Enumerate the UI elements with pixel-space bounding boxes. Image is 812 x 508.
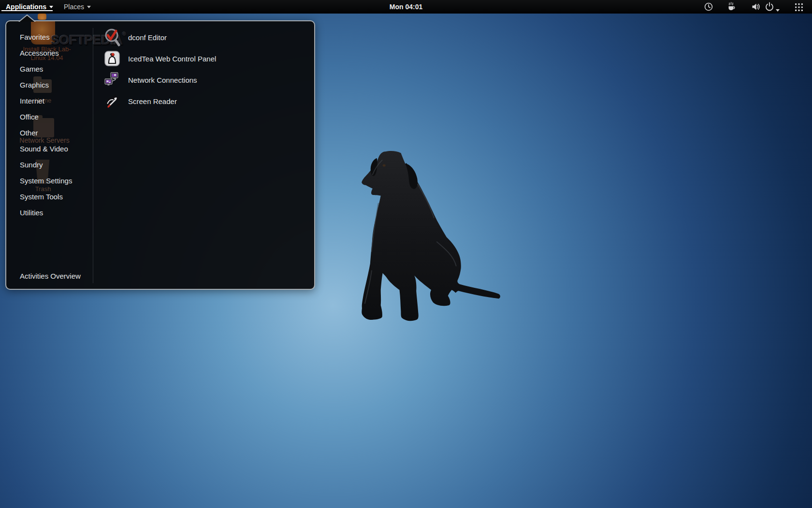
power-icon[interactable] (764, 1, 775, 12)
network-connections-icon (104, 72, 120, 88)
clock-label[interactable]: Mon 04:01 (0, 0, 812, 14)
applications-menu-popup: Install Black Lab- Linux 14.04 Home Netw… (5, 20, 315, 290)
app-label: IcedTea Web Control Panel (128, 55, 216, 63)
category-other[interactable]: Other (6, 125, 92, 141)
apps-grid-icon[interactable] (794, 1, 804, 12)
category-internet[interactable]: Internet (6, 93, 92, 109)
category-sundry[interactable]: Sundry (6, 157, 92, 173)
power-menu-caret-icon[interactable] (776, 5, 780, 15)
category-system-tools[interactable]: System Tools (6, 189, 92, 205)
menu-column-separator (93, 28, 93, 283)
category-graphics[interactable]: Graphics (6, 77, 92, 93)
category-system-settings[interactable]: System Settings (6, 173, 92, 189)
category-office[interactable]: Office (6, 109, 92, 125)
category-games[interactable]: Games (6, 61, 92, 77)
caffeine-coffee-icon[interactable] (726, 1, 737, 12)
activities-overview-button[interactable]: Activities Overview (6, 268, 81, 284)
app-item-icedtea-web-control-panel[interactable]: IcedTea Web Control Panel (99, 48, 310, 69)
wallpaper-dog-image (360, 150, 504, 326)
category-list: Favorites Accessories Games Graphics Int… (6, 29, 92, 221)
icedtea-web-icon (104, 50, 120, 67)
category-sound-video[interactable]: Sound & Video (6, 141, 92, 157)
desktop-root: { "topbar": { "applications": "Applicati… (0, 0, 812, 508)
app-item-dconf-editor[interactable]: dconf Editor (99, 27, 310, 48)
app-item-screen-reader[interactable]: Screen Reader (99, 90, 310, 112)
category-utilities[interactable]: Utilities (6, 205, 92, 221)
volume-icon[interactable] (751, 1, 761, 12)
app-label: Screen Reader (128, 97, 177, 105)
install-cd-icon (38, 14, 46, 20)
app-label: Network Connections (128, 76, 197, 84)
screen-reader-icon (104, 93, 120, 109)
app-list: dconf Editor IcedTea Web Control Panel (99, 27, 310, 112)
top-bar: Applications Places Mon 04:01 (0, 0, 812, 14)
app-item-network-connections[interactable]: Network Connections (99, 69, 310, 90)
dconf-editor-icon (104, 29, 120, 45)
app-label: dconf Editor (128, 33, 167, 42)
menu-pointer-arrow (18, 14, 36, 24)
category-favorites[interactable]: Favorites (6, 29, 92, 45)
clock-icon[interactable] (703, 1, 714, 12)
category-accessories[interactable]: Accessories (6, 45, 92, 61)
